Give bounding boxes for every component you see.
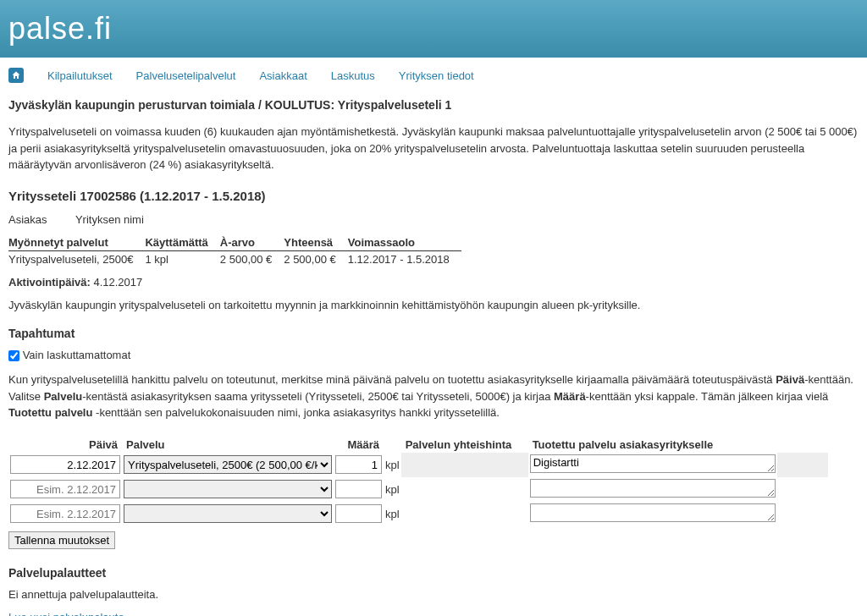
- activation-value: 4.12.2017: [93, 276, 142, 289]
- grant-service: Yrityspalveluseteli, 2500€: [8, 250, 145, 267]
- service-select[interactable]: [124, 480, 332, 498]
- customer-label: Asiakas: [8, 213, 47, 226]
- activation-label: Aktivointipäivä:: [8, 276, 91, 289]
- events-table: Päivä Palvelu Määrä Palvelun yhteishinta…: [8, 437, 828, 526]
- events-header-date: Päivä: [8, 437, 122, 453]
- events-header-service: Palvelu: [122, 437, 334, 453]
- breadcrumb: Jyväskylän kaupungin perusturvan toimial…: [8, 98, 859, 112]
- activation-row: Aktivointipäivä: 4.12.2017: [8, 276, 859, 289]
- events-header-qty: Määrä: [334, 437, 384, 453]
- main-nav: Kilpailutukset Palvelusetelipalvelut Asi…: [0, 58, 867, 93]
- nav-asiakkaat[interactable]: Asiakkaat: [259, 69, 306, 82]
- grant-header-unit-price: À-arvo: [220, 234, 284, 251]
- nav-yrityksen-tiedot[interactable]: Yrityksen tiedot: [399, 69, 474, 82]
- events-instructions: Kun yrityspalvelusetelillä hankittu palv…: [8, 371, 859, 421]
- events-header-produced: Tuotettu palvelu asiakasyritykselle: [528, 437, 777, 453]
- produced-input[interactable]: Digistartti: [530, 454, 776, 473]
- only-unbilled-checkbox[interactable]: [8, 350, 19, 361]
- header-banner: palse.fi: [0, 0, 867, 58]
- produced-input[interactable]: [530, 479, 776, 498]
- home-icon[interactable]: [8, 68, 24, 83]
- grant-validity: 1.12.2017 - 1.5.2018: [348, 250, 461, 267]
- grant-header-validity: Voimassaolo: [348, 234, 461, 251]
- qty-unit: kpl: [384, 477, 401, 502]
- nav-palvelusetelipalvelut[interactable]: Palvelusetelipalvelut: [136, 69, 236, 82]
- events-header-subtotal: Palvelun yhteishinta: [401, 437, 528, 453]
- grant-total: 2 500,00 €: [284, 250, 347, 267]
- customer-row: Asiakas Yrityksen nimi: [8, 213, 859, 226]
- feedback-none: Ei annettuja palvelupalautteita.: [8, 588, 859, 601]
- main-content: Jyväskylän kaupungin perusturvan toimial…: [0, 93, 867, 616]
- event-row: Yrityspalveluseteli, 2500€ (2 500,00 €/k…: [8, 453, 828, 477]
- nav-kilpailutukset[interactable]: Kilpailutukset: [47, 69, 113, 82]
- voucher-title: Yritysseteli 17002586 (1.12.2017 - 1.5.2…: [8, 189, 859, 203]
- grant-table: Myönnetyt palvelut Käyttämättä À-arvo Yh…: [8, 234, 461, 267]
- service-select[interactable]: Yrityspalveluseteli, 2500€ (2 500,00 €/k…: [124, 455, 332, 474]
- save-button[interactable]: Tallenna muutokset: [8, 531, 115, 549]
- nav-laskutus[interactable]: Laskutus: [331, 69, 375, 82]
- customer-value: Yrityksen nimi: [75, 213, 144, 226]
- grant-row: Yrityspalveluseteli, 2500€ 1 kpl 2 500,0…: [8, 250, 461, 267]
- site-logo: palse.fi: [8, 11, 112, 47]
- date-input[interactable]: [10, 480, 120, 498]
- qty-input[interactable]: [335, 455, 382, 474]
- events-title: Tapahtumat: [8, 327, 859, 340]
- filter-row: Vain laskuttamattomat: [8, 349, 859, 361]
- service-select[interactable]: [124, 504, 332, 523]
- date-input[interactable]: [10, 455, 120, 474]
- event-row: kpl: [8, 502, 828, 526]
- purpose-text: Jyväskylän kaupungin yrityspalveluseteli…: [8, 297, 859, 314]
- only-unbilled-label: Vain laskuttamattomat: [23, 349, 131, 361]
- grant-header-unused: Käyttämättä: [145, 234, 219, 251]
- qty-unit: kpl: [384, 453, 401, 477]
- subtotal-cell: [401, 453, 528, 477]
- qty-input[interactable]: [335, 504, 382, 523]
- qty-input[interactable]: [335, 480, 382, 498]
- subtotal-cell: [401, 502, 528, 526]
- produced-input[interactable]: [530, 503, 776, 522]
- row-trailing: [777, 502, 828, 526]
- date-input[interactable]: [10, 504, 120, 523]
- grant-header-total: Yhteensä: [284, 234, 347, 251]
- row-trailing: [777, 477, 828, 502]
- create-feedback-link[interactable]: Luo uusi palvelupalaute: [8, 611, 124, 616]
- event-row: kpl: [8, 477, 828, 502]
- grant-unit-price: 2 500,00 €: [220, 250, 284, 267]
- feedback-title: Palvelupalautteet: [8, 566, 859, 580]
- intro-text: Yrityspalveluseteli on voimassa kuuden (…: [8, 124, 859, 173]
- subtotal-cell: [401, 477, 528, 502]
- row-trailing: [777, 453, 828, 477]
- grant-header-service: Myönnetyt palvelut: [8, 234, 145, 251]
- qty-unit: kpl: [384, 502, 401, 526]
- grant-unused: 1 kpl: [145, 250, 219, 267]
